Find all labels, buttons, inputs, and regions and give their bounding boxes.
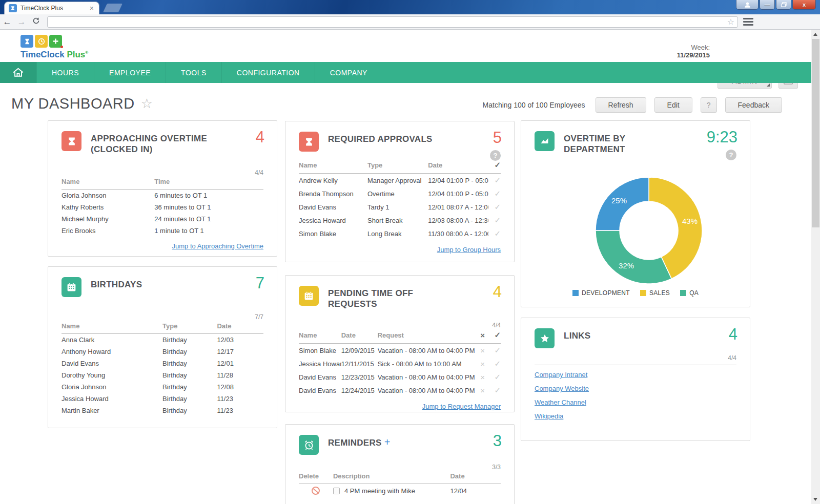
widget-title: APPROACHING OVERTIME (CLOCKED IN)	[91, 132, 225, 155]
table-row: 4 PM meeting with Mike12/04	[299, 484, 501, 498]
widget-approaching-overtime: APPROACHING OVERTIME (CLOCKED IN) 4 4/4 …	[48, 120, 277, 257]
jump-to-approaching-overtime-link[interactable]: Jump to Approaching Overtime	[172, 242, 263, 250]
widget-title: BIRTHDAYS	[91, 278, 225, 290]
jump-to-group-hours-link[interactable]: Jump to Group Hours	[437, 246, 501, 254]
donut-label: 25%	[611, 196, 627, 205]
widget-count: 7	[256, 274, 264, 292]
table-row: Brenda ThompsonOvertime12/04 01:00 P - 0…	[299, 187, 501, 200]
back-icon[interactable]: ←	[0, 17, 14, 27]
table-row: Kathy Roberts36 minutes to OT 1	[61, 201, 263, 213]
delete-reminder-icon[interactable]	[311, 486, 320, 494]
external-link[interactable]: Company Intranet	[535, 371, 587, 379]
matching-employees-text: Matching 100 of 100 Employees	[483, 101, 585, 109]
favorite-star-icon[interactable]: ☆	[141, 96, 153, 112]
nav-item-tools[interactable]: TOOLS	[166, 62, 221, 83]
logo-text: TimeClock Plus®	[20, 50, 88, 60]
reminders-table: DeleteDescriptionDate4 PM meeting with M…	[299, 472, 501, 497]
widget-title: LINKS	[564, 329, 698, 341]
link-row: Wikipedia	[535, 411, 736, 421]
widget-subcount: 5/5	[299, 152, 501, 159]
reminder-checkbox[interactable]	[333, 488, 340, 494]
donut-legend: DEVELOPMENTSALESQA	[521, 289, 750, 297]
star-icon	[535, 328, 555, 348]
nav-item-configuration[interactable]: CONFIGURATION	[221, 62, 315, 83]
reload-icon[interactable]	[29, 17, 43, 27]
browser-profile-button[interactable]	[736, 0, 758, 10]
legend-swatch	[640, 290, 646, 296]
refresh-button[interactable]: Refresh	[596, 97, 646, 113]
jump-to-request-manager-link[interactable]: Jump to Request Manager	[422, 403, 501, 410]
help-icon[interactable]: ?	[726, 150, 736, 160]
widget-title: PENDING TIME OFF REQUESTS	[328, 286, 436, 309]
links-divider	[535, 365, 736, 365]
scroll-down-arrow[interactable]	[813, 498, 817, 501]
bookmark-star-icon[interactable]: ☆	[727, 17, 734, 27]
widget-count: 3	[493, 432, 502, 450]
week-indicator: Week: 11/29/2015	[677, 44, 710, 59]
external-link[interactable]: Wikipedia	[535, 412, 563, 420]
alarm-clock-icon	[299, 435, 319, 455]
widget-title: OVERTIME BY DEPARTMENT	[564, 132, 653, 155]
scrollbar-thumb[interactable]	[812, 39, 819, 227]
calendar-icon	[61, 277, 81, 297]
tab-close-icon[interactable]: ×	[89, 5, 95, 12]
widget-subcount: 4/4	[299, 322, 501, 329]
scroll-up-arrow[interactable]	[813, 33, 817, 36]
link-row: Company Intranet	[535, 370, 736, 379]
table-row: David EvansTardy 112/01 08:07 A - 12:00 …	[299, 200, 501, 214]
widget-count: 5	[493, 129, 502, 147]
site-header: TimeClock Plus® Week: 11/29/2015 ADMIN	[0, 30, 820, 62]
table-row: David Evans12/23/2015Vacation - 08:00 AM…	[299, 370, 501, 384]
dashboard-actions: Matching 100 of 100 Employees Refresh Ed…	[483, 97, 782, 113]
new-tab-button[interactable]	[103, 4, 122, 12]
nav-item-company[interactable]: COMPANY	[315, 62, 382, 83]
address-input[interactable]	[51, 18, 727, 26]
table-row: Anthony HowardBirthday12/17	[61, 346, 263, 358]
maximize-button[interactable]	[776, 0, 791, 10]
add-reminder-button[interactable]: +	[384, 436, 391, 448]
edit-button[interactable]: Edit	[654, 97, 692, 113]
widget-subcount: 4/4	[535, 354, 736, 362]
main-nav: HOURSEMPLOYEETOOLSCONFIGURATIONCOMPANY	[0, 62, 820, 83]
widget-reminders: REMINDERS + 3 3/3 DeleteDescriptionDate4…	[285, 424, 515, 504]
external-link[interactable]: Weather Channel	[535, 398, 586, 406]
browser-window: TimeClock Plus × — x ← → ☆	[0, 0, 820, 504]
table-row: Jessica HowardShort Break12/03 08:00 A -…	[299, 214, 501, 227]
browser-toolbar: ← → ☆	[0, 14, 820, 30]
nav-item-hours[interactable]: HOURS	[36, 62, 94, 83]
widget-title: REQUIRED APPROVALS	[328, 132, 462, 144]
address-bar[interactable]: ☆	[47, 16, 738, 28]
feedback-button[interactable]: Feedback	[725, 97, 782, 113]
widget-pending-time-off: PENDING TIME OFF REQUESTS 4 4/4 NameDate…	[285, 275, 515, 412]
donut-label: 43%	[682, 217, 698, 225]
minimize-button[interactable]: —	[760, 0, 775, 10]
legend-swatch	[680, 290, 686, 296]
close-button[interactable]: x	[792, 0, 816, 10]
vertical-scrollbar[interactable]	[811, 30, 820, 504]
table-row: Simon BlakeLong Break11/30 08:00 A - 12:…	[299, 227, 501, 240]
table-row: Eric Brooks1 minute to OT 1	[61, 225, 263, 237]
widget-count: 4	[729, 325, 737, 344]
timeclock-favicon-icon	[9, 4, 17, 12]
home-icon	[12, 66, 25, 79]
nav-items: HOURSEMPLOYEETOOLSCONFIGURATIONCOMPANY	[36, 62, 382, 83]
home-nav-button[interactable]	[0, 62, 36, 83]
widget-subcount: 3/3	[299, 464, 501, 471]
hourglass-logo-icon	[20, 35, 33, 48]
table-row: David Evans12/24/2015Vacation - 08:00 AM…	[299, 384, 501, 397]
calendar-icon	[299, 286, 319, 306]
chart-icon	[535, 131, 555, 151]
dashboard-help-button[interactable]: ?	[701, 97, 717, 113]
widget-birthdays: BIRTHDAYS 7 7/7 NameTypeDateAnna ClarkBi…	[48, 266, 277, 428]
external-link[interactable]: Company Website	[535, 385, 589, 392]
page-title: MY DASHBOARD	[11, 95, 135, 112]
help-icon[interactable]: ?	[490, 150, 501, 161]
forward-icon[interactable]: →	[14, 17, 29, 27]
table-row: Jessica Howard12/11/2015Sick - 08:00 AM …	[299, 357, 501, 370]
nav-item-employee[interactable]: EMPLOYEE	[94, 62, 166, 83]
browser-tab[interactable]: TimeClock Plus ×	[4, 2, 99, 14]
widget-count: 9:23	[707, 128, 737, 146]
widget-overtime-by-department: OVERTIME BY DEPARTMENT 9:23 ? 43%32%25% …	[521, 120, 750, 307]
hourglass-icon	[61, 131, 81, 151]
browser-menu-icon[interactable]	[743, 18, 753, 26]
